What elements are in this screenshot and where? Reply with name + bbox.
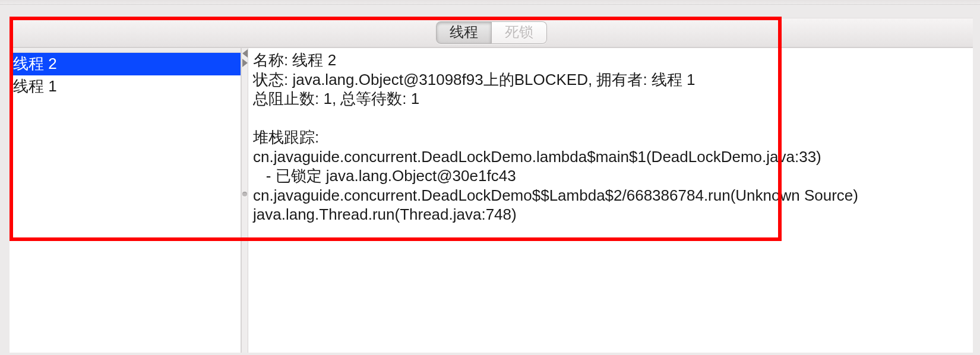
thread-item[interactable]: 线程 2 bbox=[10, 53, 241, 75]
collapse-left-icon bbox=[242, 49, 248, 58]
collapse-right-icon bbox=[242, 59, 248, 67]
thread-list[interactable]: 线程 2 线程 1 bbox=[10, 48, 241, 353]
splitter-handle[interactable] bbox=[241, 48, 248, 353]
tab-threads[interactable]: 线程 bbox=[436, 21, 492, 44]
window-top-edge bbox=[0, 0, 980, 5]
threads-body: 线程 2 线程 1 名称: 线程 2 状态: java.lang.Object@… bbox=[10, 47, 973, 353]
tab-segmented-control: 线程 死锁 bbox=[436, 21, 547, 44]
threads-panel: 线程 死锁 线程 2 线程 1 名称: 线程 2 状态: java.lang.O… bbox=[10, 18, 973, 353]
thread-item[interactable]: 线程 1 bbox=[10, 75, 241, 98]
thread-detail-text[interactable]: 名称: 线程 2 状态: java.lang.Object@31098f93上的… bbox=[248, 48, 973, 353]
tab-deadlock[interactable]: 死锁 bbox=[492, 21, 547, 44]
thread-list-header bbox=[10, 48, 241, 53]
splitter-grip-icon bbox=[242, 192, 247, 196]
tab-bar: 线程 死锁 bbox=[10, 18, 973, 47]
